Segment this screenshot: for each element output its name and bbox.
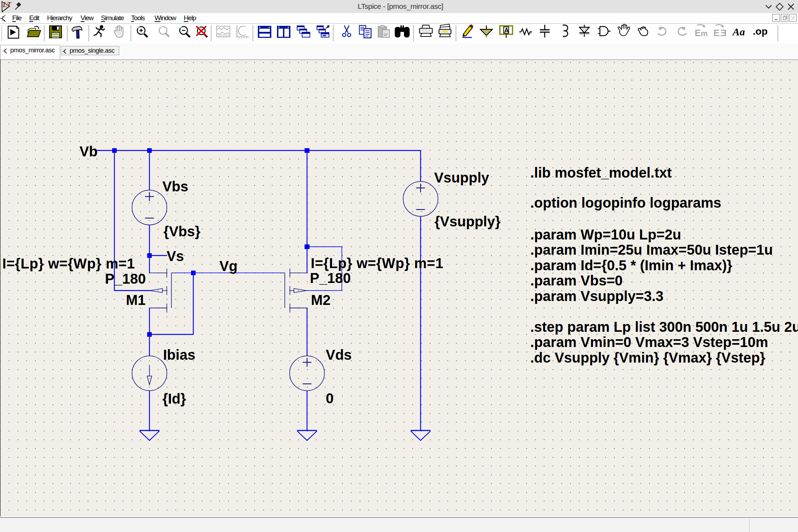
svg-text:Vds: Vds [326, 347, 352, 363]
svg-text:I={Lp} w={Wp} m=1: I={Lp} w={Wp} m=1 [2, 256, 135, 271]
svg-text:.param Vbs=0: .param Vbs=0 [530, 273, 623, 288]
svg-text:.param Imin=25u Imax=50u Istep: .param Imin=25u Imax=50u Istep=1u [530, 242, 773, 258]
svg-text:Ibias: Ibias [163, 347, 195, 363]
svg-text:m: m [701, 29, 708, 38]
svg-text:.dc Vsupply {Vmin} {Vmax} {Vst: .dc Vsupply {Vmin} {Vmax} {Vstep} [530, 350, 765, 365]
svg-text:A: A [504, 27, 509, 34]
svg-text:.op: .op [753, 26, 768, 37]
svg-text:Vs: Vs [167, 248, 184, 264]
svg-text:E: E [713, 28, 719, 38]
svg-text:{Vsupply}: {Vsupply} [434, 214, 501, 229]
svg-text:I={Lp} w={Wp} m=1: I={Lp} w={Wp} m=1 [311, 255, 444, 271]
svg-text:Vg: Vg [219, 258, 237, 274]
svg-text:E: E [695, 28, 701, 38]
svg-text:.param Vmin=0 Vmax=3 Vstep=10m: .param Vmin=0 Vmax=3 Vstep=10m [530, 334, 768, 350]
svg-text:E: E [721, 28, 727, 38]
svg-text:P_180: P_180 [310, 270, 351, 286]
svg-text:M2: M2 [311, 292, 331, 308]
svg-text:.step param Lp list 300n 500n: .step param Lp list 300n 500n 1u 1.5u 2u [530, 319, 798, 335]
svg-text:.lib mosfet_model.txt: .lib mosfet_model.txt [530, 165, 672, 180]
svg-text:P_180: P_180 [105, 271, 146, 287]
svg-text:0: 0 [326, 391, 334, 406]
svg-text:LT: LT [2, 1, 12, 8]
svg-text:{Id}: {Id} [162, 391, 186, 406]
svg-text:{Vbs}: {Vbs} [163, 224, 200, 239]
svg-text:.param Vsupply=3.3: .param Vsupply=3.3 [530, 288, 664, 304]
svg-text:.option logopinfo logparams: .option logopinfo logparams [530, 195, 721, 210]
svg-text:Vbs: Vbs [162, 179, 188, 194]
svg-text:M1: M1 [126, 292, 146, 308]
svg-text:Vsupply: Vsupply [434, 170, 489, 185]
svg-text:Vb: Vb [80, 144, 98, 159]
svg-text:Aa: Aa [732, 26, 745, 37]
svg-text:.param Id={0.5 * (Imin + Imax): .param Id={0.5 * (Imin + Imax)} [530, 258, 732, 273]
svg-text:.param Wp=10u Lp=2u: .param Wp=10u Lp=2u [530, 227, 681, 242]
